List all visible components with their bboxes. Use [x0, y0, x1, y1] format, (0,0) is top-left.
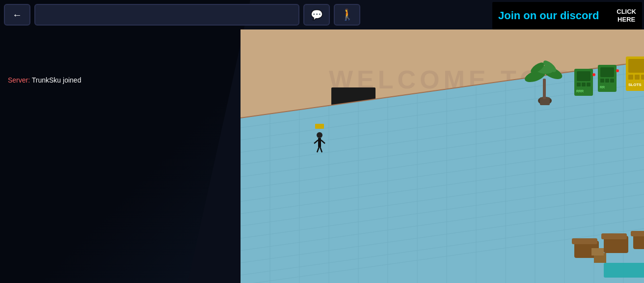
- svg-text:RR: RR: [600, 85, 605, 89]
- svg-point-55: [616, 69, 619, 72]
- svg-rect-73: [572, 238, 597, 244]
- svg-rect-51: [600, 67, 614, 77]
- svg-rect-67: [318, 138, 321, 147]
- chat-icon: 💬: [311, 9, 323, 21]
- svg-rect-46: [582, 83, 586, 86]
- left-panel: [0, 0, 250, 283]
- svg-rect-47: [587, 83, 590, 86]
- back-arrow-icon: ←: [12, 9, 22, 21]
- game-world: Server: TrunkSku joined WELCOME TO SECTO…: [0, 0, 644, 283]
- svg-rect-65: [315, 124, 324, 129]
- svg-text:RRR: RRR: [576, 89, 584, 93]
- svg-rect-54: [610, 79, 614, 83]
- svg-rect-58: [628, 59, 644, 73]
- svg-point-66: [317, 132, 322, 138]
- svg-rect-77: [631, 231, 644, 236]
- svg-rect-61: [641, 75, 644, 80]
- svg-rect-44: [577, 71, 590, 81]
- server-message: Server: TrunkSku joined: [8, 76, 81, 84]
- server-label: Server:: [8, 76, 30, 84]
- server-message-text: TrunkSku joined: [32, 76, 81, 84]
- svg-rect-37: [543, 79, 546, 99]
- discord-banner[interactable]: Join on our discord CLICKHERE: [492, 2, 642, 29]
- chat-button[interactable]: 💬: [303, 4, 330, 26]
- discord-text: Join on our discord: [498, 9, 599, 22]
- svg-rect-52: [600, 79, 604, 83]
- person-icon: 🚶: [341, 8, 354, 21]
- back-button[interactable]: ←: [4, 4, 30, 26]
- svg-rect-53: [605, 79, 609, 83]
- svg-rect-78: [604, 263, 644, 278]
- svg-rect-80: [591, 248, 604, 255]
- scene-svg: WELCOME TO SECTOR B: [241, 29, 644, 283]
- svg-rect-60: [635, 75, 640, 80]
- svg-rect-75: [601, 233, 627, 239]
- svg-rect-59: [628, 75, 633, 80]
- action-button[interactable]: 🚶: [334, 4, 360, 26]
- svg-point-48: [592, 73, 595, 76]
- svg-rect-45: [577, 83, 581, 86]
- isometric-scene: WELCOME TO SECTOR B: [241, 29, 644, 283]
- search-input[interactable]: [34, 4, 299, 26]
- click-here-text: CLICKHERE: [617, 8, 636, 23]
- svg-text:SLOTS: SLOTS: [628, 83, 642, 87]
